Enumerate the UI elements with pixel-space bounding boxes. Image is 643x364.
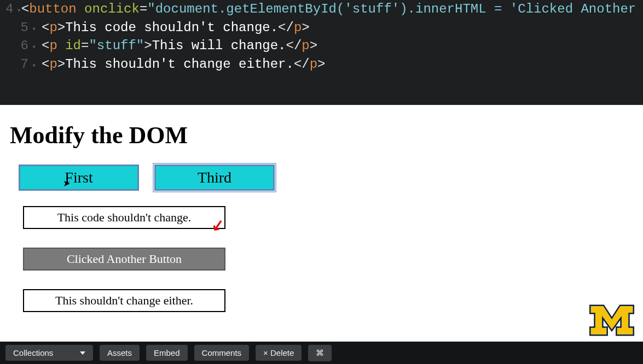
fold-caret-icon[interactable]: ▾ [32,24,42,35]
code-token: > [310,37,317,55]
code-token: </ [286,37,302,55]
code-token: < [42,19,49,37]
code-token: > [317,55,325,74]
code-token: This code shouldn't change. [65,19,278,37]
first-button[interactable]: First ➤ [19,165,139,191]
code-token: p [49,55,57,74]
preview-pane: Modify the DOM First ➤ Third This code s… [0,105,643,342]
button-row: First ➤ Third [19,165,633,191]
code-token: This shouldn't change either. [65,55,294,74]
code-token: </ [278,19,294,37]
code-token: p [302,37,309,55]
code-token: = [140,0,147,19]
code-token: This will change. [152,37,286,55]
delete-button[interactable]: × Delete [256,345,302,361]
code-token: id [65,37,81,55]
comments-button[interactable]: Comments [194,345,250,361]
paragraph-static-1: This code shouldn't change. [23,206,225,229]
code-line[interactable]: 4▾<button onclick="document.getElementBy… [5,0,643,19]
code-token: < [42,55,49,74]
third-button[interactable]: Third [154,165,275,191]
code-token: p [310,55,317,74]
code-token: > [57,19,65,37]
cursor-icon: ➤ [63,178,70,189]
code-token: > [144,37,152,55]
code-token: button [29,0,76,19]
chevron-down-icon [80,351,85,355]
code-token [57,37,65,55]
page-title: Modify the DOM [10,121,633,149]
line-number: 5 [5,19,32,37]
code-token: p [49,37,57,55]
paragraph-stuff: Clicked Another Button [23,248,225,271]
code-line[interactable]: 7▾<p>This shouldn't change either.</p> [5,55,643,74]
code-token: < [21,0,29,19]
keyboard-shortcuts-button[interactable]: ⌘ [308,345,332,361]
code-token: = [81,37,89,55]
code-token: p [49,19,57,37]
code-token: < [42,37,49,55]
fold-caret-icon[interactable]: ▾ [32,42,42,53]
code-token: p [294,19,302,37]
fold-caret-icon[interactable]: ▾ [32,61,42,72]
code-token: "stuff" [89,37,144,55]
line-number: 4 [5,0,16,19]
code-token: > [302,19,309,37]
collections-label: Collections [13,348,53,357]
paragraph-static-2: This shouldn't change either. [23,289,225,312]
code-editor[interactable]: 4▾<button onclick="document.getElementBy… [0,0,643,105]
fold-caret-icon[interactable]: ▾ [16,5,21,16]
embed-button[interactable]: Embed [146,345,188,361]
code-token: "document.getElementById('stuff').innerH… [147,0,643,19]
bottom-toolbar: Collections Assets Embed Comments × Dele… [0,342,643,364]
assets-button[interactable]: Assets [100,345,140,361]
michigan-logo-icon [588,304,635,336]
code-line[interactable]: 5▾<p>This code shouldn't change.</p> [5,19,643,37]
code-token [77,0,84,19]
code-line[interactable]: 6▾<p id="stuff">This will change.</p> [5,37,643,55]
code-token: </ [294,55,310,74]
line-number: 7 [5,55,32,74]
line-number: 6 [5,37,32,55]
code-token: onclick [84,0,140,19]
code-token: > [57,55,65,74]
command-icon: ⌘ [316,348,324,358]
collections-dropdown[interactable]: Collections [5,345,93,361]
